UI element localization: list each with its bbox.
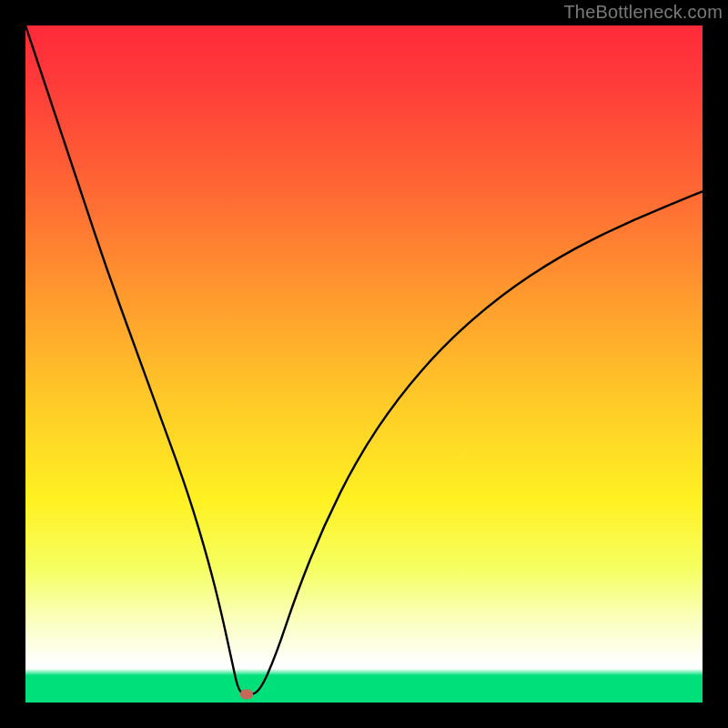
bottleneck-curve xyxy=(25,25,703,703)
plot-area xyxy=(25,25,703,703)
optimal-point-marker xyxy=(240,690,253,700)
chart-frame: TheBottleneck.com xyxy=(0,0,728,728)
watermark-text: TheBottleneck.com xyxy=(563,2,723,23)
